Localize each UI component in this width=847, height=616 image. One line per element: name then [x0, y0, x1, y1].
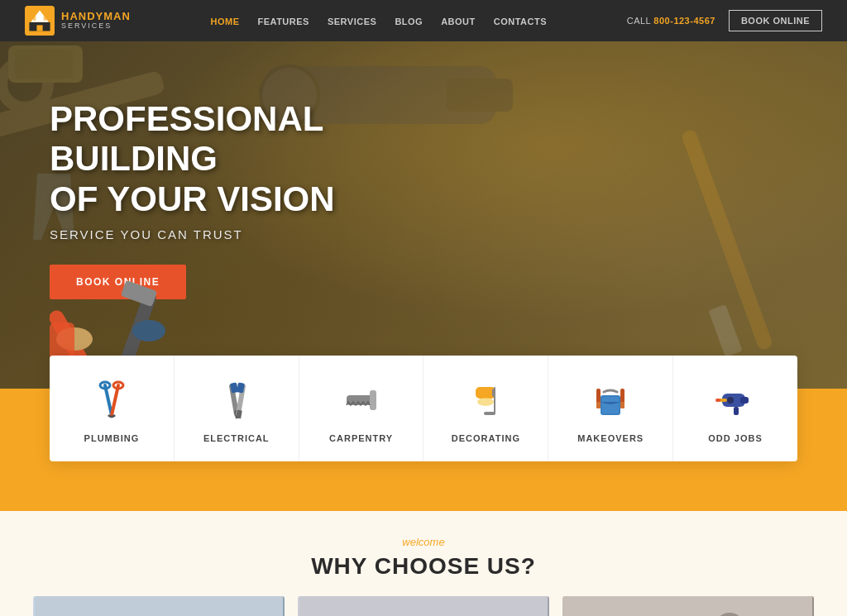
- service-item-carpentry[interactable]: CARPENTRY: [299, 356, 424, 461]
- service-item-electrical[interactable]: ELECTRICAL: [175, 356, 299, 461]
- logo-icon: [25, 6, 55, 36]
- nav-right: CALL 800-123-4567 BOOK ONLINE: [627, 10, 822, 31]
- svg-rect-35: [494, 387, 495, 413]
- svg-rect-41: [620, 402, 624, 408]
- logo[interactable]: HANDYMAN SERVICES: [25, 6, 131, 36]
- svg-rect-45: [740, 397, 749, 404]
- nav-item-blog[interactable]: BLOG: [395, 13, 423, 28]
- decorating-icon: [464, 379, 507, 422]
- service-item-odd-jobs[interactable]: ODD JOBS: [673, 356, 797, 461]
- service-item-plumbing[interactable]: PLUMBING: [50, 356, 175, 461]
- makeovers-icon: [589, 379, 632, 422]
- plumbing-icon: [90, 379, 133, 422]
- nav-item-about[interactable]: ABOUT: [441, 13, 476, 28]
- nav-item-home[interactable]: HOME: [210, 13, 239, 28]
- carpentry-icon: [340, 379, 383, 422]
- why-title: WHY CHOOSE US?: [0, 553, 847, 580]
- nav-item-contacts[interactable]: CONTACTS: [494, 13, 547, 28]
- services-card: PLUMBING ELECTRICAL: [50, 356, 797, 461]
- svg-rect-3: [36, 25, 42, 31]
- svg-rect-49: [734, 407, 739, 415]
- svg-rect-43: [596, 402, 601, 408]
- nav-links: HOME FEATURES SERVICES BLOG ABOUT CONTAC…: [210, 13, 547, 28]
- logo-text: HANDYMAN SERVICES: [61, 11, 131, 31]
- svg-rect-4: [33, 17, 36, 21]
- makeovers-label: MAKEOVERS: [577, 433, 644, 443]
- service-item-decorating[interactable]: DECORATING: [424, 356, 548, 461]
- odd-jobs-icon: [714, 379, 757, 422]
- phone-number: 800-123-4567: [653, 16, 715, 26]
- svg-point-37: [477, 398, 494, 406]
- electrical-icon: [215, 379, 258, 422]
- svg-rect-39: [602, 397, 619, 413]
- welcome-label: welcome: [0, 536, 847, 548]
- services-strip: PLUMBING ELECTRICAL: [0, 389, 847, 511]
- why-section: welcome WHY CHOOSE US?: [0, 511, 847, 616]
- hero-title: PROFESSIONAL BUILDING OF YOUR VISION: [50, 99, 447, 219]
- nav-item-features[interactable]: FEATURES: [257, 13, 309, 28]
- svg-rect-66: [564, 596, 812, 616]
- svg-rect-51: [35, 596, 283, 616]
- svg-rect-50: [715, 399, 720, 402]
- call-label: CALL 800-123-4567: [627, 16, 715, 26]
- service-item-makeovers[interactable]: MAKEOVERS: [548, 356, 673, 461]
- why-image-2: [298, 596, 549, 616]
- svg-rect-32: [370, 390, 376, 410]
- navbar: HANDYMAN SERVICES HOME FEATURES SERVICES…: [0, 0, 847, 41]
- carpentry-label: CARPENTRY: [329, 433, 393, 443]
- plumbing-label: PLUMBING: [84, 433, 140, 443]
- nav-item-services[interactable]: SERVICES: [328, 13, 376, 28]
- svg-rect-57: [299, 596, 548, 616]
- odd-jobs-label: ODD JOBS: [708, 433, 762, 443]
- electrical-label: ELECTRICAL: [203, 433, 270, 443]
- why-image-1: [33, 596, 285, 616]
- why-images: [0, 596, 847, 616]
- svg-point-47: [727, 397, 734, 404]
- svg-rect-12: [708, 304, 742, 357]
- book-online-nav-button[interactable]: BOOK ONLINE: [729, 10, 822, 31]
- svg-rect-36: [484, 412, 495, 415]
- svg-point-19: [132, 320, 165, 341]
- svg-rect-18: [121, 280, 157, 307]
- svg-rect-5: [44, 17, 47, 21]
- hero-section: PROFESSIONAL BUILDING OF YOUR VISION SER…: [0, 41, 847, 389]
- decorating-label: DECORATING: [452, 433, 520, 443]
- why-image-3: [562, 596, 814, 616]
